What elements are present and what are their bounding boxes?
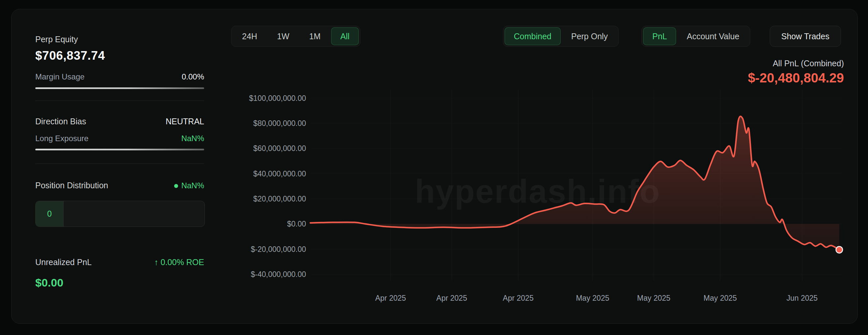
chart-x-axis: Apr 2025Apr 2025Apr 2025May 2025May 2025…	[310, 294, 842, 307]
roe-value: 0.00% ROE	[161, 257, 204, 267]
pnl-area-fill	[310, 116, 839, 250]
mode-button-combined[interactable]: Combined	[504, 27, 561, 45]
last-point-marker	[836, 246, 843, 253]
margin-usage-bar	[35, 87, 204, 89]
position-distribution-zero-cell: 0	[36, 201, 64, 226]
x-tick-label: Apr 2025	[436, 294, 467, 303]
chart-view-group: PnLAccount Value	[642, 26, 750, 47]
unrealized-pnl-roe: ↑ 0.00% ROE	[154, 257, 204, 267]
unrealized-pnl-value: $0.00	[35, 276, 204, 289]
unrealized-pnl-row: Unrealized PnL ↑ 0.00% ROE	[35, 257, 204, 267]
position-distribution-value: NaN%	[181, 181, 204, 190]
long-exposure-row: Long Exposure NaN%	[35, 134, 204, 143]
pnl-header-label: All PnL (Combined)	[773, 59, 844, 68]
x-tick-label: May 2025	[576, 294, 609, 303]
roe-up-arrow-icon: ↑	[154, 257, 159, 267]
y-tick-label: $-40,000,000.00	[251, 270, 306, 279]
y-tick-label: $40,000,000.00	[253, 170, 306, 178]
divider	[35, 163, 204, 164]
direction-bias-label: Direction Bias	[35, 117, 86, 126]
long-exposure-label: Long Exposure	[35, 134, 88, 143]
chart-y-axis: $100,000,000.00$80,000,000.00$60,000,000…	[207, 9, 306, 324]
mode-button-perp-only[interactable]: Perp Only	[562, 27, 617, 45]
margin-usage-value: 0.00%	[182, 72, 204, 82]
y-tick-label: $80,000,000.00	[253, 119, 306, 128]
long-exposure-bar	[35, 149, 204, 150]
view-button-pnl[interactable]: PnL	[643, 27, 676, 45]
combine-mode-group: CombinedPerp Only	[503, 26, 619, 47]
pnl-area-chart[interactable]	[310, 89, 842, 281]
y-tick-label: $60,000,000.00	[253, 144, 306, 153]
y-tick-label: $100,000,000.00	[249, 94, 306, 103]
show-trades-button[interactable]: Show Trades	[770, 26, 841, 47]
direction-bias-value: NEUTRAL	[165, 117, 204, 126]
perp-equity-value: $706,837.74	[35, 49, 204, 63]
x-tick-label: May 2025	[704, 294, 737, 303]
x-tick-label: Apr 2025	[503, 294, 534, 303]
long-exposure-value: NaN%	[181, 134, 204, 143]
direction-bias-row: Direction Bias NEUTRAL	[35, 117, 204, 126]
position-distribution-value-wrap: NaN%	[174, 181, 204, 190]
range-button-all[interactable]: All	[331, 27, 359, 45]
pnl-header-value: $-20,480,804.29	[748, 70, 844, 85]
unrealized-pnl-label: Unrealized PnL	[35, 257, 92, 267]
margin-usage-label: Margin Usage	[35, 72, 85, 82]
view-button-account-value[interactable]: Account Value	[677, 27, 748, 45]
position-distribution-label: Position Distribution	[35, 181, 108, 190]
dashboard-screen: Perp Equity $706,837.74 Margin Usage 0.0…	[0, 0, 868, 335]
divider	[35, 100, 204, 101]
green-dot-icon	[174, 184, 178, 188]
dashboard-card: Perp Equity $706,837.74 Margin Usage 0.0…	[11, 9, 858, 324]
perp-equity-label: Perp Equity	[35, 35, 204, 44]
x-tick-label: Jun 2025	[786, 294, 818, 303]
y-tick-label: $-20,000,000.00	[251, 245, 306, 254]
y-tick-label: $20,000,000.00	[253, 194, 306, 204]
position-distribution-box: 0	[35, 201, 205, 227]
margin-usage-row: Margin Usage 0.00%	[35, 72, 204, 82]
x-tick-label: May 2025	[637, 294, 671, 303]
position-distribution-row: Position Distribution NaN%	[35, 181, 204, 190]
x-tick-label: Apr 2025	[375, 294, 406, 303]
y-tick-label: $0.00	[287, 220, 306, 229]
